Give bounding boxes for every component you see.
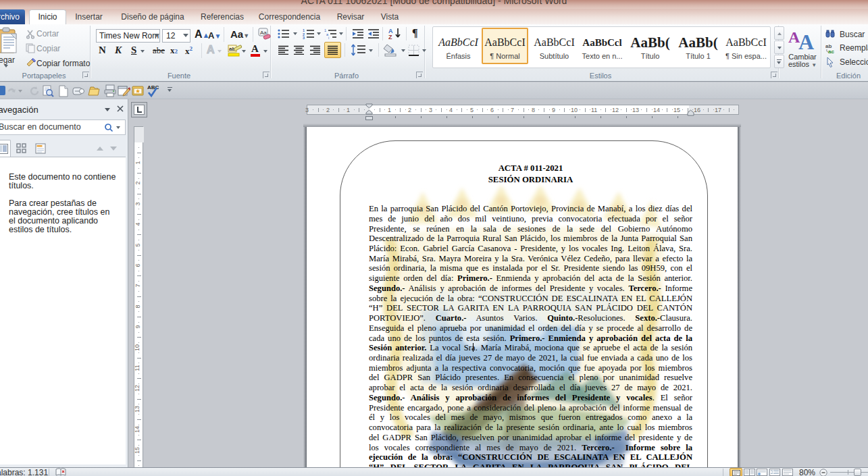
svg-text:3: 3 <box>303 36 305 39</box>
svg-text:Aa: Aa <box>260 30 267 36</box>
svg-text:A: A <box>798 30 814 51</box>
svg-text:ac: ac <box>828 49 834 53</box>
svg-text:Z: Z <box>388 34 392 40</box>
svg-text:ABC: ABC <box>147 84 159 90</box>
svg-text:i: i <box>328 36 329 39</box>
